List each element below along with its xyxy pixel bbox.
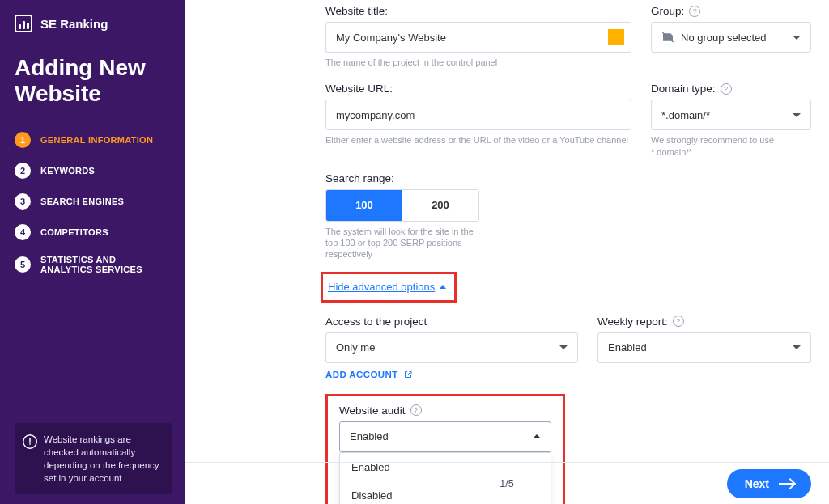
svg-rect-1 xyxy=(29,438,31,442)
brand-label: SE Ranking xyxy=(40,17,108,31)
step-general-information[interactable]: 1 GENERAL INFORMATION xyxy=(15,125,172,155)
website-title-label: Website title: xyxy=(325,5,631,17)
step-keywords[interactable]: 2 KEYWORDS xyxy=(15,155,172,186)
search-range-100[interactable]: 100 xyxy=(326,190,402,221)
website-url-label: Website URL: xyxy=(325,83,631,95)
step-number: 4 xyxy=(15,224,31,240)
access-select[interactable]: Only me xyxy=(325,332,578,363)
wizard-footer: 1/5 Next xyxy=(185,462,829,504)
step-number: 2 xyxy=(15,163,31,179)
alert-icon xyxy=(23,434,37,449)
website-title-field[interactable] xyxy=(336,32,591,44)
domain-type-select[interactable]: *.domain/* xyxy=(651,100,811,130)
help-icon[interactable]: ? xyxy=(689,6,700,17)
weekly-report-select[interactable]: Enabled xyxy=(597,332,811,363)
page-indicator: 1/5 xyxy=(500,478,513,489)
domain-type-label: Domain type: ? xyxy=(651,83,811,95)
step-label: KEYWORDS xyxy=(40,166,95,176)
website-url-field[interactable] xyxy=(336,109,621,121)
help-icon[interactable]: ? xyxy=(673,316,684,327)
form-area: Website title: The name of the project i… xyxy=(325,0,811,462)
step-statistics-analytics[interactable]: 5 STATISTICS AND ANALYTICS SERVICES xyxy=(15,248,172,282)
project-color-swatch[interactable] xyxy=(601,22,631,53)
domain-type-value: *.domain/* xyxy=(661,109,710,121)
no-group-icon xyxy=(661,31,674,44)
wizard-steps: 1 GENERAL INFORMATION 2 KEYWORDS 3 SEARC… xyxy=(15,125,172,282)
help-icon[interactable]: ? xyxy=(721,83,732,95)
advanced-options-highlight: Hide advanced options xyxy=(321,272,457,303)
group-label: Group: ? xyxy=(651,5,811,17)
add-account-link[interactable]: ADD ACCOUNT xyxy=(325,370,578,379)
website-url-hint: Either enter a website address or the UR… xyxy=(325,134,631,146)
access-value: Only me xyxy=(336,341,375,354)
chevron-up-icon xyxy=(440,285,446,289)
next-button[interactable]: Next xyxy=(727,469,811,498)
search-range-hint: The system will look for the site in the… xyxy=(325,226,487,260)
external-link-icon xyxy=(403,370,413,379)
sidebar: SE Ranking Adding New Website 1 GENERAL … xyxy=(0,0,185,504)
search-range-200[interactable]: 200 xyxy=(402,190,478,221)
chevron-down-icon xyxy=(793,113,801,117)
step-number: 5 xyxy=(15,256,31,273)
step-label: STATISTICS AND ANALYTICS SERVICES xyxy=(40,255,154,274)
step-label: SEARCH ENGINES xyxy=(40,197,124,206)
step-label: COMPETITORS xyxy=(40,227,108,237)
chevron-down-icon xyxy=(559,345,568,349)
access-label: Access to the project xyxy=(325,316,578,328)
next-label: Next xyxy=(745,477,769,490)
step-number: 3 xyxy=(15,193,31,210)
search-range-label: Search range: xyxy=(325,172,811,184)
chevron-down-icon xyxy=(793,36,801,40)
arrow-right-icon xyxy=(779,483,793,485)
chevron-down-icon xyxy=(793,345,801,349)
weekly-report-value: Enabled xyxy=(608,341,647,354)
step-number: 1 xyxy=(15,132,31,148)
info-box: Website rankings are checked automatical… xyxy=(15,423,172,494)
domain-type-hint: We strongly recommend to use *.domain/* xyxy=(651,134,811,158)
step-search-engines[interactable]: 3 SEARCH ENGINES xyxy=(15,186,172,217)
page-title: Adding New Website xyxy=(15,55,172,107)
info-text: Website rankings are checked automatical… xyxy=(44,434,159,483)
website-title-hint: The name of the project in the control p… xyxy=(325,57,631,68)
step-competitors[interactable]: 4 COMPETITORS xyxy=(15,217,172,248)
hide-advanced-options-link[interactable]: Hide advanced options xyxy=(328,281,446,293)
main-panel: Website title: The name of the project i… xyxy=(185,0,829,504)
website-audit-label: Website audit ? xyxy=(339,404,551,417)
website-audit-select[interactable]: Enabled xyxy=(339,421,551,452)
group-value: No group selected xyxy=(681,32,767,44)
chevron-up-icon xyxy=(533,434,541,438)
bar-chart-icon xyxy=(15,15,32,32)
svg-rect-2 xyxy=(29,443,31,445)
step-label: GENERAL INFORMATION xyxy=(40,135,153,145)
website-title-input[interactable] xyxy=(325,22,601,53)
search-range-toggle: 100 200 xyxy=(325,189,479,222)
website-audit-value: Enabled xyxy=(350,430,389,443)
website-url-input[interactable] xyxy=(325,100,631,130)
help-icon[interactable]: ? xyxy=(410,404,422,416)
color-icon xyxy=(608,29,624,45)
brand: SE Ranking xyxy=(15,15,172,32)
group-select[interactable]: No group selected xyxy=(651,22,811,53)
weekly-report-label: Weekly report: ? xyxy=(597,316,811,328)
